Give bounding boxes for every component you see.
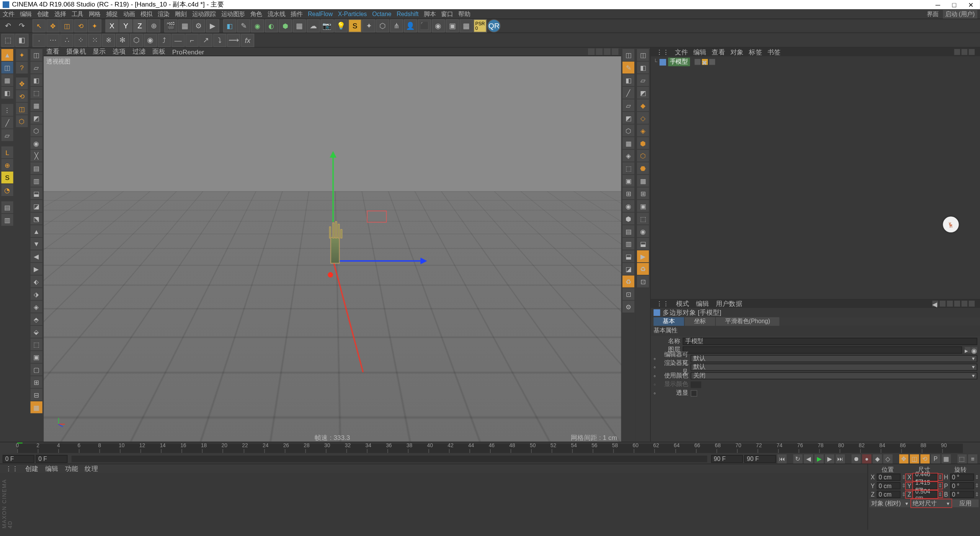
timeline-tick[interactable]: 16 (182, 449, 203, 453)
xpresso-button[interactable]: ▦ (459, 19, 473, 33)
vp-nav-1[interactable] (588, 48, 595, 55)
sel-filter-2[interactable]: ⋯ (46, 33, 60, 47)
timeline-tick[interactable]: 10 (120, 449, 140, 453)
attr-b1[interactable] (939, 301, 946, 307)
maximize-button[interactable]: □ (952, 1, 956, 8)
timeline-tick[interactable]: 34 (367, 449, 387, 453)
rot-h-field[interactable]: 0 ° (950, 474, 974, 481)
pos-y-field[interactable]: 0 cm (877, 482, 901, 489)
frame-end2-field[interactable]: 90 F (744, 454, 776, 462)
rt2-19[interactable]: ⊡ (637, 276, 649, 288)
timeline-tick[interactable]: 54 (572, 449, 593, 453)
rt1-19[interactable]: ♻ (622, 276, 634, 288)
menu-window[interactable]: 窗口 (441, 10, 453, 18)
menu-help[interactable]: 帮助 (458, 10, 470, 18)
subdivision-surface[interactable]: ◉ (251, 19, 265, 33)
render-region-button[interactable]: ▦ (178, 19, 191, 33)
polygon-mode[interactable]: ▱ (1, 129, 13, 141)
qr-button[interactable]: QR (487, 19, 501, 33)
minimize-button[interactable]: ─ (936, 1, 940, 8)
rt2-18[interactable]: ♻ (637, 263, 649, 275)
next-frame-button[interactable]: ▶ (825, 454, 834, 463)
rt1-3[interactable]: ◧ (622, 74, 634, 86)
vp-nav-3[interactable] (604, 48, 610, 55)
expand-icon[interactable]: └ (653, 59, 657, 65)
play-button[interactable]: ▶ (815, 454, 824, 463)
cursor-icon[interactable]: ✦ (16, 49, 28, 61)
prev-frame-button[interactable]: ◀ (804, 454, 813, 463)
timeline-tick[interactable]: 44 (469, 449, 490, 453)
mesh-19[interactable]: ⬖ (31, 276, 42, 288)
render-pv-button[interactable]: ▶ (206, 19, 219, 33)
rt1-10[interactable]: ⬚ (622, 162, 634, 174)
layer-btn-1[interactable]: ▸ (965, 347, 971, 353)
timeline-tick[interactable]: 50 (531, 449, 552, 453)
timeline-tick[interactable]: 26 (284, 449, 305, 453)
dropdown-use-color[interactable]: 关闭 (691, 372, 977, 379)
fcurve-button[interactable]: ⬚ (957, 454, 967, 463)
timeline-scrollbar[interactable] (72, 455, 707, 462)
size-z-field[interactable]: 0.504 cm (913, 491, 938, 498)
object-axis[interactable]: ⊕ (1, 159, 13, 171)
mesh-21[interactable]: ◈ (31, 301, 42, 312)
y-axis-lock[interactable]: Y (119, 19, 132, 33)
mesh-4[interactable]: ⬚ (31, 87, 42, 99)
environment-menu[interactable]: ☁ (307, 19, 320, 33)
timeline-tick[interactable]: 32 (346, 449, 367, 453)
redo-button[interactable]: ↷ (15, 19, 29, 33)
timeline-tick[interactable]: 60 (634, 449, 655, 453)
rt2-4[interactable]: ◩ (637, 87, 649, 99)
mat-menu-texture[interactable]: 纹理 (85, 464, 98, 473)
cube-primitive[interactable]: ◧ (223, 19, 237, 33)
autokey-button[interactable]: ● (862, 454, 871, 463)
timeline-tick[interactable]: 82 (860, 449, 881, 453)
menu-tools[interactable]: 工具 (72, 10, 83, 18)
workplane-mode[interactable]: ◧ (1, 87, 13, 99)
om-menu-view[interactable]: 查看 (712, 47, 725, 57)
rt2-12[interactable]: ⊞ (637, 188, 649, 199)
attr-b2[interactable] (947, 301, 953, 307)
rt1-12[interactable]: ⊞ (622, 188, 634, 199)
menu-script[interactable]: 脚本 (424, 10, 436, 18)
om-item-hand[interactable]: └ 手模型 ✖ (653, 57, 977, 66)
material-list[interactable]: MAXON CINEMA 4D (0, 473, 867, 530)
mesh-25[interactable]: ▣ (31, 351, 42, 363)
timeline-tick[interactable]: 0 (17, 449, 38, 453)
field-layer[interactable] (683, 346, 962, 354)
spline-tool-4[interactable]: ↗ (199, 33, 213, 47)
layout-dropdown[interactable]: 启动 (用户) (942, 10, 977, 18)
key-pla-button[interactable]: ▦ (942, 454, 951, 463)
attr-menu-mode[interactable]: 模式 (676, 299, 689, 308)
dopesheet-button[interactable]: ≡ (968, 454, 977, 463)
octane-button[interactable]: ◉ (432, 19, 445, 33)
rt2-17[interactable]: ▶ (637, 250, 649, 262)
hand-model[interactable] (327, 211, 345, 263)
timeline-tick[interactable]: 70 (737, 449, 758, 453)
sel-filter-8[interactable]: ⬡ (130, 33, 143, 47)
model-mode[interactable]: ◫ (1, 62, 13, 74)
spline-tool-6[interactable]: ⟿ (227, 33, 240, 47)
mesh-8[interactable]: ◉ (31, 137, 42, 149)
keyframe-button[interactable]: ◆ (873, 454, 882, 463)
mesh-3[interactable]: ◧ (31, 74, 42, 86)
rt2-8[interactable]: ⬢ (637, 137, 649, 149)
rot-b-field[interactable]: 0 ° (950, 491, 974, 498)
timeline-tick[interactable]: 2 (38, 449, 59, 453)
brush-recent[interactable]: ⬡ (16, 115, 28, 127)
menu-animate[interactable]: 动画 (123, 10, 135, 18)
vp-menu-options[interactable]: 选项 (113, 47, 126, 56)
rt2-1[interactable]: ◫ (637, 49, 649, 61)
menu-redshift[interactable]: Redshift (397, 11, 418, 17)
attr-menu-edit[interactable]: 编辑 (696, 299, 709, 308)
fx-button[interactable]: fx (241, 33, 255, 47)
menu-simulate[interactable]: 模拟 (140, 10, 152, 18)
rt1-1[interactable]: ◫ (622, 49, 634, 61)
key-rot-button[interactable]: ⟲ (920, 454, 929, 463)
menu-file[interactable]: 文件 (3, 10, 15, 18)
dropdown-render-vis[interactable]: 默认 (691, 364, 977, 371)
timeline-tick[interactable]: 28 (305, 449, 326, 453)
menu-create[interactable]: 创建 (37, 10, 49, 18)
attr-nav-prev[interactable]: ◀ (932, 301, 938, 307)
timeline-tick[interactable]: 48 (511, 449, 531, 453)
rt1-18[interactable]: ◪ (622, 263, 634, 275)
